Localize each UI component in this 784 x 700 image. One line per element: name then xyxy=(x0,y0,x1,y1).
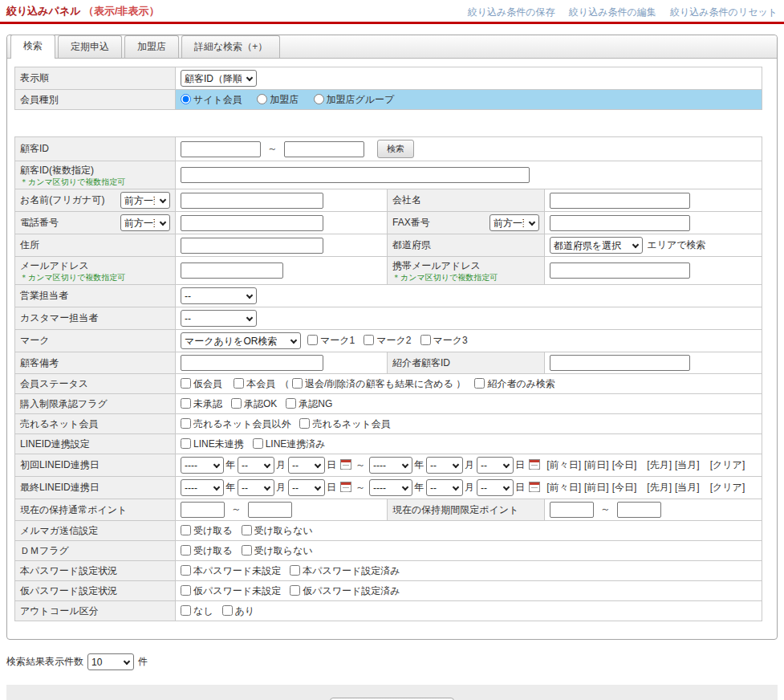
line-first-two-days-ago-link[interactable]: [前々日] xyxy=(546,459,581,470)
line-first-last-month-link[interactable]: [先月] xyxy=(647,459,672,470)
mark-checkboxes-option-1[interactable]: マーク1 xyxy=(307,335,355,346)
customer-id-search-button[interactable]: 検索 xyxy=(377,140,414,158)
prefecture-select[interactable]: 都道府県を選択 xyxy=(550,237,643,254)
purchase-approval-checkboxes-option-1[interactable]: 未承認 xyxy=(181,398,222,409)
points-limited-to-input[interactable] xyxy=(617,502,661,518)
search-submit-button[interactable]: この条件で検索する ▶ xyxy=(330,698,454,700)
phone-input[interactable] xyxy=(181,215,323,231)
line-last-last-month-link[interactable]: [先月] xyxy=(647,482,672,493)
status-temp-member[interactable]: 仮会員 xyxy=(181,378,222,389)
lineid-link-checkboxes-option-1[interactable]: LINE未連携 xyxy=(181,438,244,450)
checkbox[interactable] xyxy=(420,335,431,345)
checkbox[interactable] xyxy=(307,335,318,345)
tab-merchant[interactable]: 加盟店 xyxy=(124,35,179,58)
purchase-approval-checkboxes-option-2[interactable]: 承認OK xyxy=(231,398,277,409)
checkbox[interactable] xyxy=(290,565,300,576)
checkbox[interactable] xyxy=(181,565,191,576)
line-first-this-month-link[interactable]: [当月] xyxy=(675,459,700,470)
checkbox[interactable] xyxy=(286,398,296,409)
area-search-link[interactable]: エリアで検索 xyxy=(647,239,705,250)
sales-rep-select[interactable]: -- xyxy=(181,287,257,304)
line-last-start-month-select[interactable]: -- xyxy=(238,479,274,496)
email-input[interactable] xyxy=(181,262,283,279)
line-last-end-month-select[interactable]: -- xyxy=(426,479,463,496)
line-first-start-calendar-icon[interactable] xyxy=(340,459,351,470)
line-first-end-day-select[interactable]: -- xyxy=(477,457,514,474)
ureru-net-checkboxes-option-2[interactable]: 売れるネット会員 xyxy=(299,418,390,429)
line-last-this-month-link[interactable]: [当月] xyxy=(675,482,700,493)
display-order-select[interactable]: 顧客ID（降順） xyxy=(181,70,257,87)
line-first-yesterday-link[interactable]: [前日] xyxy=(584,459,609,470)
line-last-end-year-select[interactable]: ---- xyxy=(369,479,412,496)
name-input[interactable] xyxy=(181,193,323,209)
show-hide-toggle-link[interactable]: （表示/非表示） xyxy=(83,5,160,17)
temp-password-checkboxes-option-1[interactable]: 仮パスワード未設定 xyxy=(181,585,281,596)
customer-memo-input[interactable] xyxy=(181,355,323,371)
mark-checkboxes-option-2[interactable]: マーク2 xyxy=(364,335,411,346)
edit-conditions-link[interactable]: 絞り込み条件の編集 xyxy=(569,6,656,18)
dm-flag-checkboxes-option-2[interactable]: 受け取らない xyxy=(242,545,313,556)
line-first-end-year-select[interactable]: ---- xyxy=(369,457,412,474)
line-first-start-year-select[interactable]: ---- xyxy=(181,457,224,474)
status-referrer-only[interactable]: 紹介者のみ検索 xyxy=(474,378,555,389)
results-count-select[interactable]: 10 xyxy=(87,653,134,670)
line-last-two-days-ago-link[interactable]: [前々日] xyxy=(546,482,581,493)
line-first-start-month-select[interactable]: -- xyxy=(238,457,274,474)
checkbox[interactable] xyxy=(181,438,191,449)
referrer-id-input[interactable] xyxy=(550,355,690,371)
fax-input[interactable] xyxy=(550,215,690,231)
temp-password-checkboxes-option-2[interactable]: 仮パスワード設定済み xyxy=(290,585,400,596)
outcall-checkboxes-option-1[interactable]: なし xyxy=(181,605,213,617)
mark-checkboxes-option-3[interactable]: マーク3 xyxy=(420,335,468,346)
phone-match-select[interactable]: 前方一致 xyxy=(120,214,170,231)
line-last-clear-link[interactable]: [クリア] xyxy=(710,482,745,493)
checkbox[interactable] xyxy=(290,585,300,596)
customer-rep-select[interactable]: -- xyxy=(181,310,257,327)
member-type-merchant[interactable]: 加盟店 xyxy=(257,94,299,105)
checkbox[interactable] xyxy=(474,378,485,389)
line-last-end-calendar-icon[interactable] xyxy=(529,482,540,492)
mark-select[interactable]: マークありをOR検索 xyxy=(181,332,301,349)
checkbox[interactable] xyxy=(242,525,252,535)
tab-search[interactable]: 検索 xyxy=(10,35,55,59)
radio-merchant[interactable] xyxy=(257,94,267,104)
line-first-start-day-select[interactable]: -- xyxy=(288,457,325,474)
outcall-checkboxes-option-2[interactable]: あり xyxy=(222,605,255,617)
status-full-member[interactable]: 本会員 xyxy=(234,378,275,389)
reset-conditions-link[interactable]: 絞り込み条件のリセット xyxy=(670,6,778,18)
member-type-site-member[interactable]: サイト会員 xyxy=(181,94,242,105)
tab-advanced-search[interactable]: 詳細な検索（+） xyxy=(181,35,280,58)
line-first-end-month-select[interactable]: -- xyxy=(426,457,463,474)
purchase-approval-checkboxes-option-3[interactable]: 承認NG xyxy=(286,398,332,409)
line-first-end-calendar-icon[interactable] xyxy=(529,459,540,470)
checkbox[interactable] xyxy=(181,605,191,616)
customer-id-multi-input[interactable] xyxy=(181,167,530,183)
checkbox[interactable] xyxy=(181,545,191,556)
name-match-select[interactable]: 前方一致 xyxy=(120,192,170,209)
checkbox[interactable] xyxy=(181,585,191,596)
line-last-today-link[interactable]: [今日] xyxy=(612,482,637,493)
line-last-start-year-select[interactable]: ---- xyxy=(181,479,224,496)
line-last-yesterday-link[interactable]: [前日] xyxy=(584,482,609,493)
customer-id-to-input[interactable] xyxy=(284,141,364,157)
mailmag-checkboxes-option-1[interactable]: 受け取る xyxy=(181,525,233,536)
checkbox[interactable] xyxy=(181,418,191,429)
line-last-start-day-select[interactable]: -- xyxy=(288,479,325,496)
customer-id-from-input[interactable] xyxy=(181,141,261,157)
lineid-link-checkboxes-option-2[interactable]: LINE連携済み xyxy=(253,438,326,450)
checkbox[interactable] xyxy=(364,335,374,345)
points-normal-to-input[interactable] xyxy=(248,502,292,518)
main-password-checkboxes-option-2[interactable]: 本パスワード設定済み xyxy=(290,565,400,576)
points-limited-from-input[interactable] xyxy=(550,502,594,518)
points-normal-from-input[interactable] xyxy=(181,502,225,518)
save-conditions-link[interactable]: 絞り込み条件の保存 xyxy=(468,6,555,18)
checkbox[interactable] xyxy=(242,545,252,556)
checkbox[interactable] xyxy=(231,398,242,409)
line-last-end-day-select[interactable]: -- xyxy=(477,479,514,496)
checkbox[interactable] xyxy=(181,525,191,535)
checkbox[interactable] xyxy=(181,398,191,409)
checkbox[interactable] xyxy=(299,418,310,429)
main-password-checkboxes-option-1[interactable]: 本パスワード未設定 xyxy=(181,565,281,576)
checkbox[interactable] xyxy=(253,438,263,449)
company-input[interactable] xyxy=(550,193,690,209)
